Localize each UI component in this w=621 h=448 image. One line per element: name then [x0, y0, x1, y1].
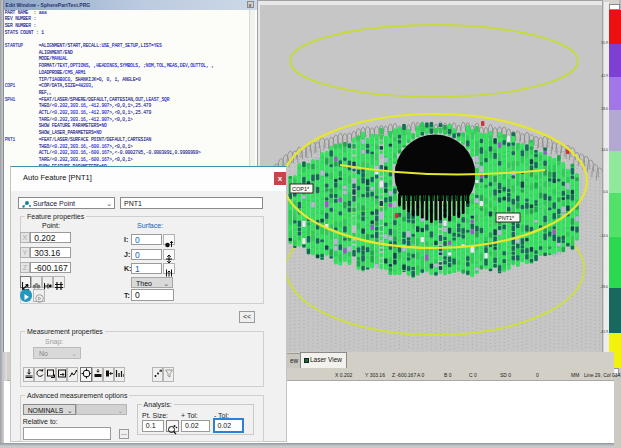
- svg-text:PNT1*: PNT1*: [498, 215, 515, 221]
- svg-text:COP1*: COP1*: [292, 186, 310, 192]
